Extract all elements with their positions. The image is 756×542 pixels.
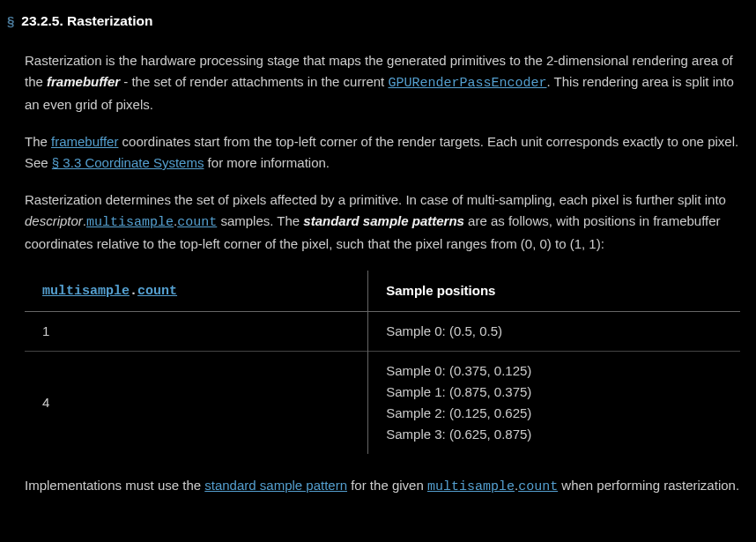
link-framebuffer[interactable]: framebuffer bbox=[51, 134, 118, 149]
paragraph-2: The framebuffer coordinates start from t… bbox=[25, 131, 740, 174]
table-row: 1 Sample 0: (0.5, 0.5) bbox=[25, 311, 740, 351]
heading-text: 23.2.5. Rasterization bbox=[21, 11, 152, 33]
cell-count-1: 1 bbox=[25, 311, 368, 351]
link-gpurenderpassencoder[interactable]: GPURenderPassEncoder bbox=[388, 76, 546, 91]
paragraph-3: Rasterization determines the set of pixe… bbox=[25, 189, 740, 255]
section-heading: § 23.2.5. Rasterization bbox=[7, 11, 740, 33]
link-count[interactable]: count bbox=[177, 215, 217, 230]
table-header-count: multisample.count bbox=[25, 271, 368, 312]
term-standard-sample-patterns: standard sample patterns bbox=[303, 213, 464, 228]
link-standard-sample-pattern[interactable]: standard sample pattern bbox=[204, 478, 347, 493]
term-framebuffer: framebuffer bbox=[47, 74, 120, 89]
link-count-header[interactable]: count bbox=[137, 284, 177, 299]
paragraph-4: Implementations must use the standard sa… bbox=[25, 475, 740, 498]
section-content: Rasterization is the hardware processing… bbox=[7, 50, 740, 498]
link-multisample[interactable]: multisample bbox=[86, 215, 174, 230]
section-anchor-icon[interactable]: § bbox=[7, 11, 14, 32]
var-descriptor: descriptor bbox=[25, 213, 83, 228]
link-multisample-p4[interactable]: multisample bbox=[427, 479, 515, 494]
cell-samples-4: Sample 0: (0.375, 0.125) Sample 1: (0.87… bbox=[368, 351, 740, 454]
link-coordinate-systems[interactable]: § 3.3 Coordinate Systems bbox=[52, 155, 204, 170]
link-count-p4[interactable]: count bbox=[518, 479, 558, 494]
link-multisample-header[interactable]: multisample bbox=[42, 284, 130, 299]
paragraph-1: Rasterization is the hardware processing… bbox=[25, 50, 740, 115]
cell-count-4: 4 bbox=[25, 351, 368, 454]
table-header-row: multisample.count Sample positions bbox=[25, 271, 740, 312]
cell-samples-1: Sample 0: (0.5, 0.5) bbox=[368, 311, 740, 351]
table-header-positions: Sample positions bbox=[368, 271, 740, 312]
table-row: 4 Sample 0: (0.375, 0.125) Sample 1: (0.… bbox=[25, 351, 740, 454]
sample-patterns-table: multisample.count Sample positions 1 Sam… bbox=[25, 271, 740, 454]
